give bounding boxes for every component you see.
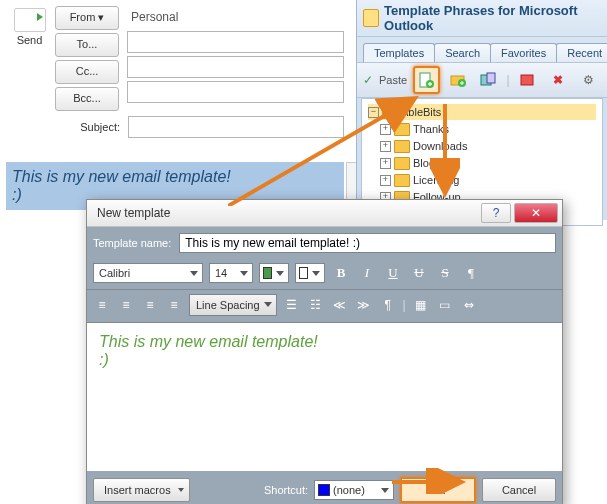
paste-check-icon: ✓ [363, 73, 373, 87]
strikethrough-button[interactable]: S [435, 263, 455, 283]
tab-favorites[interactable]: Favorites [490, 43, 557, 62]
template-editor[interactable]: This is my new email template! :) [87, 323, 562, 471]
cc-button[interactable]: Cc... [55, 60, 119, 84]
align-left-button[interactable]: ≡ [93, 296, 111, 314]
underline-button[interactable]: U [383, 263, 403, 283]
align-center-button[interactable]: ≡ [117, 296, 135, 314]
gear-icon: ⚙ [583, 73, 594, 87]
paragraph-button[interactable]: ¶ [379, 296, 397, 314]
to-button[interactable]: To... [55, 33, 119, 57]
import-button[interactable] [516, 67, 540, 93]
paste-button[interactable]: Paste [379, 74, 407, 86]
clear-format-button[interactable]: ¶ [461, 263, 481, 283]
ok-button[interactable]: Ok [400, 477, 476, 503]
table-button[interactable]: ▦ [412, 296, 430, 314]
line-spacing-button[interactable]: Line Spacing [189, 294, 277, 316]
delete-button[interactable]: ✖ [546, 67, 570, 93]
dialog-title: New template [97, 206, 478, 220]
font-color-combo[interactable] [259, 263, 289, 283]
strike-button[interactable]: U [409, 263, 429, 283]
font-combo[interactable]: Calibri [93, 263, 203, 283]
cancel-button[interactable]: Cancel [482, 478, 556, 502]
bcc-button[interactable]: Bcc... [55, 87, 119, 111]
image-button[interactable]: ▭ [436, 296, 454, 314]
subject-label: Subject: [28, 121, 128, 133]
settings-button[interactable]: ⚙ [577, 67, 601, 93]
italic-button[interactable]: I [357, 263, 377, 283]
from-field [127, 6, 344, 28]
highlight-combo[interactable] [295, 263, 325, 283]
bcc-field[interactable] [127, 81, 344, 103]
tab-recent[interactable]: Recent [556, 43, 607, 62]
number-list-button[interactable]: ☷ [307, 296, 325, 314]
tab-search[interactable]: Search [434, 43, 491, 62]
tree-item[interactable]: Blog [413, 157, 435, 169]
svg-rect-5 [487, 73, 495, 83]
outdent-button[interactable]: ≪ [331, 296, 349, 314]
shortcut-combo[interactable]: (none) [314, 480, 394, 500]
close-button[interactable]: ✕ [514, 203, 558, 223]
new-template-dialog: New template ? ✕ Template name: Calibri … [86, 199, 563, 504]
from-button[interactable]: From ▾ [55, 6, 119, 30]
subject-field[interactable] [128, 116, 344, 138]
send-icon [14, 8, 46, 32]
size-combo[interactable]: 14 [209, 263, 253, 283]
bullet-list-button[interactable]: ☰ [283, 296, 301, 314]
tree-item[interactable]: Thanks [413, 123, 449, 135]
tab-templates[interactable]: Templates [363, 43, 435, 62]
template-name-input[interactable] [179, 233, 556, 253]
tree-item[interactable]: Downloads [413, 140, 467, 152]
tree-root[interactable]: AbleBits [401, 106, 441, 118]
send-button[interactable]: Send [8, 34, 51, 46]
insert-macros-button[interactable]: Insert macros [93, 478, 190, 502]
help-button[interactable]: ? [481, 203, 511, 223]
bold-button[interactable]: B [331, 263, 351, 283]
template-name-label: Template name: [93, 237, 171, 249]
link-button[interactable]: ⇔ [460, 296, 478, 314]
new-template-button[interactable] [413, 66, 439, 94]
addon-icon [363, 9, 379, 27]
tree-item[interactable]: Licensing [413, 174, 459, 186]
to-field[interactable] [127, 31, 344, 53]
justify-button[interactable]: ≡ [165, 296, 183, 314]
svg-rect-6 [521, 75, 533, 85]
align-right-button[interactable]: ≡ [141, 296, 159, 314]
cc-field[interactable] [127, 56, 344, 78]
indent-button[interactable]: ≫ [355, 296, 373, 314]
edit-button[interactable] [476, 67, 500, 93]
shortcut-label: Shortcut: [264, 484, 308, 496]
new-folder-button[interactable] [446, 67, 470, 93]
panel-title: Template Phrases for Microsoft Outlook [384, 3, 601, 33]
